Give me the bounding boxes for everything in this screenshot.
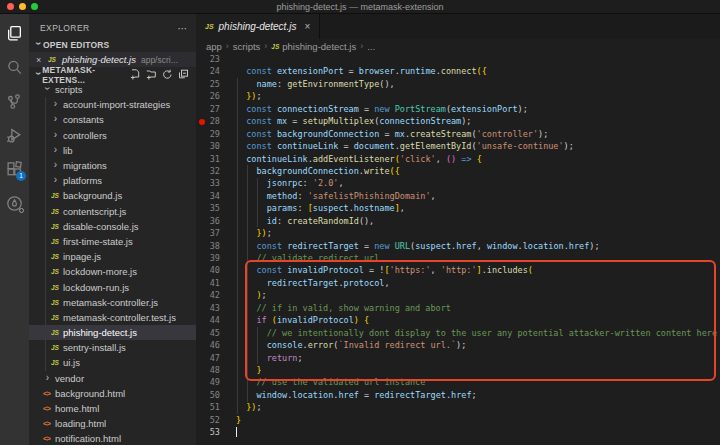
line-number[interactable]: 26	[196, 90, 220, 102]
tree-item-home.html[interactable]: <>home.html	[29, 401, 196, 416]
line-number[interactable]: 29	[196, 128, 220, 140]
tree-item-metamask-controller.test.js[interactable]: JSmetamask-controller.test.js	[29, 310, 196, 325]
line-number[interactable]: 25	[196, 78, 220, 90]
tree-item-lib[interactable]: ›lib	[29, 143, 196, 158]
code-line[interactable]: 27 const connectionStream = new PortStre…	[196, 103, 720, 115]
code-line[interactable]: 43 // if in valid, show warning and abor…	[196, 302, 720, 314]
run-and-debug-icon[interactable]	[0, 118, 29, 152]
code-line[interactable]: 26 });	[196, 90, 720, 102]
code-line[interactable]: 45 // we intentionally dont display to t…	[196, 327, 720, 339]
code-line[interactable]: 31 continueLink.addEventListener('click'…	[196, 153, 720, 165]
tree-item-notification.html[interactable]: <>notification.html	[29, 431, 196, 445]
line-number[interactable]: 31	[196, 153, 220, 165]
tree-item-background.html[interactable]: <>background.html	[29, 386, 196, 401]
refresh-explorer-icon[interactable]	[162, 69, 173, 80]
line-number[interactable]: 53	[196, 426, 220, 438]
code-line[interactable]: 39 // validate redirect url	[196, 252, 720, 264]
line-number[interactable]: 50	[196, 389, 220, 401]
code-editor[interactable]: 2324 const extensionPort = browser.runti…	[196, 53, 720, 445]
project-section-header[interactable]: › METAMASK-EXTENS...	[29, 67, 196, 82]
tree-item-metamask-controller.js[interactable]: JSmetamask-controller.js	[29, 295, 196, 310]
tree-item-lockdown-run.js[interactable]: JSlockdown-run.js	[29, 279, 196, 294]
extensions-icon[interactable]: 1	[0, 152, 29, 186]
line-number[interactable]: 43	[196, 302, 220, 314]
line-number[interactable]: 33	[196, 177, 220, 189]
breakpoint-icon[interactable]	[199, 119, 205, 125]
code-line[interactable]: 24 const extensionPort = browser.runtime…	[196, 65, 720, 77]
tree-item-migrations[interactable]: ›migrations	[29, 158, 196, 173]
line-number[interactable]: 41	[196, 277, 220, 289]
code-line[interactable]: 53	[196, 426, 720, 438]
tree-item-background.js[interactable]: JSbackground.js	[29, 188, 196, 203]
breadcrumb-item[interactable]: ...	[367, 41, 375, 52]
code-line[interactable]: 33 jsonrpc: '2.0',	[196, 177, 720, 189]
tree-item-account-import-strategies[interactable]: ›account-import-strategies	[29, 97, 196, 112]
line-number[interactable]: 48	[196, 364, 220, 376]
search-icon[interactable]	[0, 50, 29, 84]
line-number[interactable]: 46	[196, 339, 220, 351]
code-line[interactable]: 47 return;	[196, 352, 720, 364]
open-editors-header[interactable]: › OPEN EDITORS	[29, 36, 196, 52]
code-line[interactable]: 29 const backgroundConnection = mx.creat…	[196, 128, 720, 140]
code-line[interactable]: 40 const invalidProtocol = !['https:', '…	[196, 264, 720, 276]
code-line[interactable]: 46 console.error(`Invalid redirect url.`…	[196, 339, 720, 351]
line-number[interactable]: 45	[196, 327, 220, 339]
line-number[interactable]: 35	[196, 202, 220, 214]
tree-item-ui.js[interactable]: JSui.js	[29, 355, 196, 370]
line-number[interactable]: 34	[196, 190, 220, 202]
collapse-folders-icon[interactable]	[178, 69, 189, 80]
breadcrumb-item[interactable]: app	[206, 41, 222, 52]
line-number[interactable]: 32	[196, 165, 220, 177]
line-number[interactable]: 44	[196, 314, 220, 326]
line-number[interactable]: 37	[196, 227, 220, 239]
line-number[interactable]: 52	[196, 414, 220, 426]
line-number[interactable]: 51	[196, 401, 220, 413]
code-line[interactable]: 42 );	[196, 289, 720, 301]
line-number[interactable]: 23	[196, 53, 220, 65]
close-tab-icon[interactable]: ×	[304, 21, 310, 32]
tree-item-controllers[interactable]: ›controllers	[29, 128, 196, 143]
more-actions-icon[interactable]: ⋯	[178, 23, 188, 34]
tree-item-inpage.js[interactable]: JSinpage.js	[29, 249, 196, 264]
code-line[interactable]: 37 });	[196, 227, 720, 239]
tree-item-vendor[interactable]: ›vendor	[29, 371, 196, 386]
tree-item-disable-console.js[interactable]: JSdisable-console.js	[29, 219, 196, 234]
line-number[interactable]: 36	[196, 215, 220, 227]
line-number[interactable]: 24	[196, 65, 220, 77]
code-line[interactable]: 30 const continueLink = document.getElem…	[196, 140, 720, 152]
code-line[interactable]: 49 // use the validated url instance	[196, 376, 720, 388]
tree-item-sentry-install.js[interactable]: JSsentry-install.js	[29, 340, 196, 355]
new-folder-icon[interactable]	[146, 69, 157, 80]
line-number[interactable]: 38	[196, 240, 220, 252]
code-line[interactable]: 25 name: getEnvironmentType(),	[196, 78, 720, 90]
code-line[interactable]: 52}	[196, 414, 720, 426]
tree-item-contentscript.js[interactable]: JScontentscript.js	[29, 204, 196, 219]
breadcrumb-item[interactable]: phishing-detect.js	[282, 41, 356, 52]
line-number[interactable]: 42	[196, 289, 220, 301]
tab-phishing-detect[interactable]: JS phishing-detect.js ×	[196, 14, 320, 39]
close-editor-icon[interactable]: ×	[36, 55, 48, 65]
code-line[interactable]: 44 if (invalidProtocol) {	[196, 314, 720, 326]
code-line[interactable]: 36 id: createRandomId(),	[196, 215, 720, 227]
code-line[interactable]: 35 params: [suspect.hostname],	[196, 202, 720, 214]
code-line[interactable]: 38 const redirectTarget = new URL(suspec…	[196, 240, 720, 252]
tree-item-platforms[interactable]: ›platforms	[29, 173, 196, 188]
tree-item-scripts[interactable]: ›scripts	[29, 82, 196, 97]
line-number[interactable]: 47	[196, 352, 220, 364]
code-line[interactable]: 51 });	[196, 401, 720, 413]
audio-extension-icon[interactable]	[0, 186, 29, 220]
tree-item-lockdown-more.js[interactable]: JSlockdown-more.js	[29, 264, 196, 279]
tree-item-loading.html[interactable]: <>loading.html	[29, 416, 196, 431]
explorer-icon[interactable]	[0, 16, 29, 50]
code-line[interactable]: 28 const mx = setupMultiplex(connectionS…	[196, 115, 720, 127]
code-line[interactable]: 41 redirectTarget.protocol,	[196, 277, 720, 289]
new-file-icon[interactable]	[130, 69, 141, 80]
line-number[interactable]: 40	[196, 264, 220, 276]
tree-item-constants[interactable]: ›constants	[29, 112, 196, 127]
code-line[interactable]: 48 }	[196, 364, 720, 376]
breadcrumb[interactable]: app›scripts›JSphishing-detect.js›...	[196, 39, 720, 53]
code-line[interactable]: 50 window.location.href = redirectTarget…	[196, 389, 720, 401]
line-number[interactable]: 39	[196, 252, 220, 264]
breadcrumb-item[interactable]: scripts	[233, 41, 260, 52]
tree-item-first-time-state.js[interactable]: JSfirst-time-state.js	[29, 234, 196, 249]
